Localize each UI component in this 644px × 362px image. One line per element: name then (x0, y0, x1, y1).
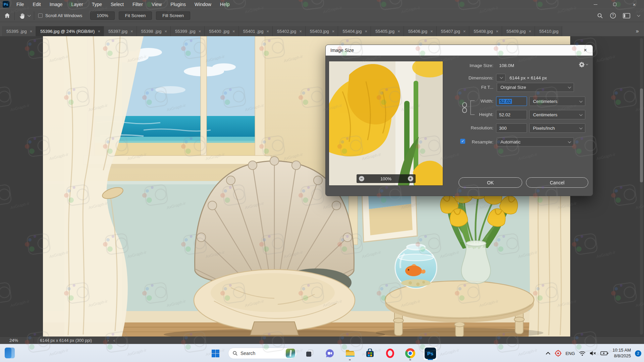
maximize-button[interactable] (605, 0, 625, 9)
screen-recorder-icon[interactable] (555, 350, 561, 357)
wifi-icon[interactable] (579, 351, 586, 356)
microsoft-store-icon[interactable] (363, 346, 377, 361)
tab-close-icon[interactable]: × (463, 29, 466, 34)
workspace-dropdown-icon[interactable] (637, 13, 640, 17)
tab-55397-jpg[interactable]: 55397.jpg× (104, 26, 137, 36)
tab-close-icon[interactable]: × (30, 29, 33, 34)
widgets-icon[interactable] (5, 348, 15, 358)
tab-close-icon[interactable]: × (529, 29, 531, 34)
tab-55410-jpg[interactable]: 55410.jpg (535, 26, 562, 36)
resample-checkbox[interactable]: ✓ (460, 139, 465, 144)
status-chevron-left-icon[interactable]: ‹ (113, 338, 115, 343)
vertical-scrollbar[interactable] (640, 38, 643, 335)
battery-icon[interactable] (600, 351, 608, 356)
tab-55398-jpg[interactable]: 55398 .jpg× (137, 26, 171, 36)
menu-item-layer[interactable]: Layer (67, 0, 88, 9)
tab-55409-jpg[interactable]: 55409.jpg× (502, 26, 535, 36)
width-unit-dropdown[interactable]: Centimeters (529, 97, 585, 106)
task-view-icon[interactable] (302, 346, 317, 361)
minimize-button[interactable] (586, 0, 605, 9)
menu-item-view[interactable]: View (147, 0, 166, 9)
tab-55405-jpg[interactable]: 55405.jpg× (371, 26, 404, 36)
workspace-icon[interactable] (623, 13, 630, 19)
ok-button[interactable]: OK (459, 177, 522, 188)
zoom-in-icon[interactable]: + (408, 176, 413, 181)
tab-close-icon[interactable]: × (496, 29, 498, 34)
chat-icon[interactable] (322, 346, 337, 361)
search-icon[interactable] (597, 13, 603, 19)
tab-55396-jpg-24-rgb-8[interactable]: 55396.jpg @ 24% (RGB/8#)× (36, 26, 104, 36)
menu-item-window[interactable]: Window (190, 0, 216, 9)
dialog-title-bar[interactable]: Image Size × (326, 45, 593, 56)
height-unit-value: Centimeters (533, 112, 557, 117)
tab-55407-jpg[interactable]: 55407.jpg× (437, 26, 470, 36)
tab-55402-jpg[interactable]: 55402.jpg× (273, 26, 306, 36)
zoom-out-icon[interactable]: − (359, 176, 364, 181)
menu-item-filter[interactable]: Filter (128, 0, 147, 9)
tab-55400-jpg[interactable]: 55400 .jpg× (205, 26, 238, 36)
menu-item-select[interactable]: Select (106, 0, 128, 9)
tab-55399-jpg[interactable]: 55399 .jpg× (171, 26, 205, 36)
chrome-icon[interactable] (403, 346, 418, 361)
zoom-100-button[interactable]: 100% (90, 11, 115, 20)
resample-dropdown[interactable]: Automatic (497, 137, 574, 146)
file-explorer-icon[interactable] (342, 346, 357, 361)
menu-item-plugins[interactable]: Plugins (166, 0, 190, 9)
dialog-close-icon[interactable]: × (578, 47, 593, 53)
notification-badge[interactable]: 2 (635, 350, 641, 357)
menu-item-help[interactable]: Help (216, 0, 234, 9)
resolution-input[interactable]: 300 (496, 123, 527, 133)
cancel-button[interactable]: Cancel (526, 177, 588, 188)
clock[interactable]: 10:15 AM 8/8/2025 (612, 348, 631, 359)
tab-close-icon[interactable]: × (199, 29, 201, 34)
menu-item-type[interactable]: Type (88, 0, 106, 9)
tab-close-icon[interactable]: × (365, 29, 368, 34)
menu-item-edit[interactable]: Edit (29, 0, 45, 9)
help-icon[interactable]: ? (610, 12, 616, 19)
scrollbar-thumb[interactable] (640, 88, 643, 182)
start-button[interactable] (208, 346, 223, 361)
tab-55406-jpg[interactable]: 55406.jpg× (404, 26, 437, 36)
tab-55395-jpg[interactable]: 55395 .jpg× (2, 26, 36, 36)
tab-close-icon[interactable]: × (130, 29, 133, 34)
hand-tool-icon[interactable] (19, 12, 25, 19)
search-box[interactable]: Search (228, 348, 297, 359)
resolution-unit-dropdown[interactable]: Pixels/Inch (529, 123, 585, 133)
width-input[interactable]: 52.02 (496, 97, 527, 106)
status-chevron-right-icon[interactable]: › (107, 338, 109, 343)
fit-to-dropdown[interactable]: Original Size (497, 83, 574, 92)
search-highlight-image[interactable] (286, 349, 295, 358)
tab-close-icon[interactable]: × (299, 29, 302, 34)
home-icon[interactable] (4, 12, 10, 19)
tab-close-icon[interactable]: × (332, 29, 335, 34)
opera-icon[interactable] (383, 346, 397, 361)
hand-tool-dropdown-icon[interactable] (28, 13, 31, 17)
menu-item-file[interactable]: File (12, 0, 29, 9)
tab-overflow-icon[interactable]: » (631, 26, 644, 36)
volume-muted-icon[interactable] (590, 351, 596, 356)
menu-item-image[interactable]: Image (45, 0, 67, 9)
tab-55403-jpg[interactable]: 55403.jpg× (306, 26, 338, 36)
tab-close-icon[interactable]: × (98, 29, 100, 34)
tab-close-icon[interactable]: × (232, 29, 235, 34)
language-indicator[interactable]: ENG (566, 351, 575, 356)
dimensions-dropdown[interactable] (496, 74, 505, 81)
tab-close-icon[interactable]: × (430, 29, 433, 34)
fill-screen-button[interactable]: Fill Screen (156, 11, 190, 20)
dialog-preview[interactable]: − 100% + (329, 61, 443, 186)
tab-55401-jpg[interactable]: 55401 .jpg× (239, 26, 273, 36)
fit-screen-button[interactable]: Fit Screen (119, 11, 152, 20)
status-zoom-level[interactable]: 24% (9, 338, 34, 343)
height-input[interactable]: 52.02 (496, 110, 527, 119)
gear-icon[interactable] (579, 62, 587, 67)
scroll-all-windows-checkbox[interactable] (38, 13, 43, 18)
tab-close-icon[interactable]: × (397, 29, 400, 34)
photoshop-taskbar-icon[interactable]: Ps (423, 346, 438, 361)
close-button[interactable]: × (625, 0, 644, 9)
tab-55404-jpg[interactable]: 55404.jpg× (338, 26, 371, 36)
tray-chevron-up-icon[interactable] (545, 352, 551, 355)
tab-close-icon[interactable]: × (164, 29, 167, 34)
height-unit-dropdown[interactable]: Centimeters (529, 110, 585, 119)
tab-close-icon[interactable]: × (266, 29, 269, 34)
tab-55408-jpg[interactable]: 55408.jpg× (469, 26, 502, 36)
